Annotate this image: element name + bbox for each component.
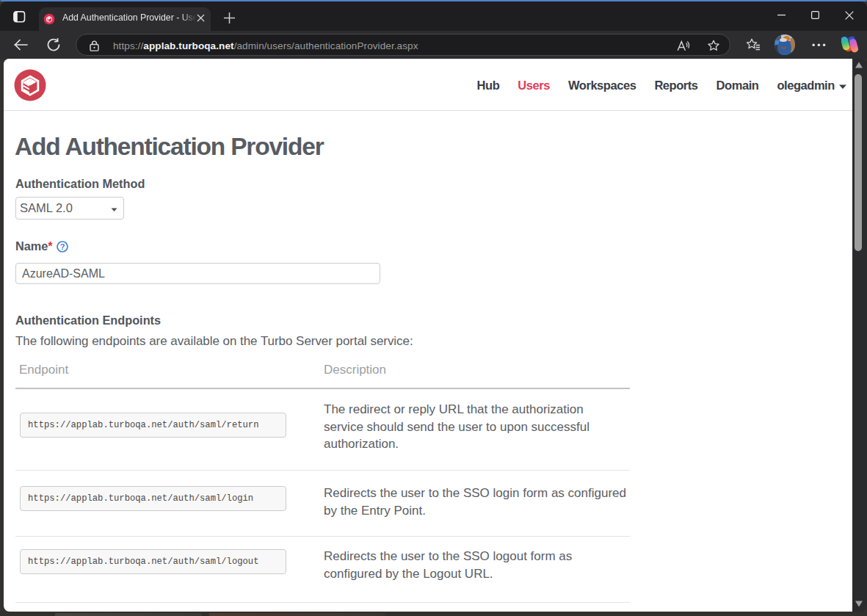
svg-text:?: ? [60,242,65,250]
